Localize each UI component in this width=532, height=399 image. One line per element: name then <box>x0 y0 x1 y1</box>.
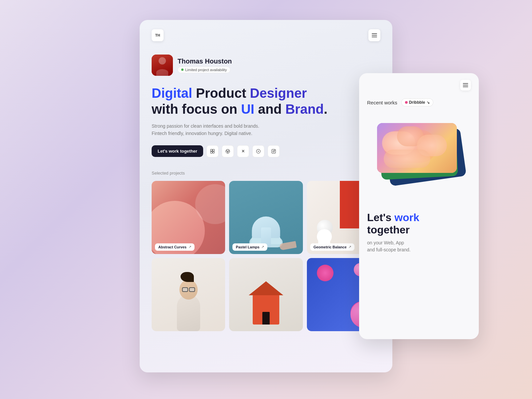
social-row: Let's work together ✕ <box>152 145 380 157</box>
avatar <box>152 55 173 76</box>
svg-point-8 <box>273 150 275 152</box>
cta-headline-together: together <box>367 224 410 236</box>
svg-rect-7 <box>272 149 276 153</box>
availability-badge: Limited project availability <box>178 66 230 73</box>
svg-rect-2 <box>211 151 212 153</box>
artwork-stack <box>367 113 471 200</box>
cloud-artwork <box>377 123 457 173</box>
cta-subtext: on your Web, App and full-scope brand. <box>367 239 471 253</box>
hamburger-icon <box>372 33 377 37</box>
menu-button[interactable] <box>368 29 380 41</box>
instagram-icon-button[interactable] <box>268 145 280 157</box>
cta-headline-work: work <box>394 211 419 223</box>
hero-desc-line2: Fintech friendly, innovation hungry. Dig… <box>152 131 252 136</box>
project-arrow-lamps: ↗ <box>261 245 264 249</box>
project-card-pastel-lamps[interactable]: Pastel Lamps ↗ <box>229 181 303 254</box>
cta-sub-line1: on your Web, App <box>367 240 404 245</box>
project-thumbnail-house <box>229 258 303 331</box>
dribbble-dot-icon <box>405 101 408 104</box>
project-card-character[interactable] <box>152 258 225 331</box>
cta-headline-lets: Let's <box>367 211 391 223</box>
nav-bar: TH <box>152 29 380 41</box>
figma-icon-button[interactable] <box>206 145 218 157</box>
youtube-icon-button[interactable] <box>252 145 264 157</box>
twitter-icon-button[interactable]: ✕ <box>237 145 249 157</box>
project-arrow-geometric: ↗ <box>348 245 351 249</box>
hero-accent-brand: Brand <box>285 102 324 116</box>
svg-point-9 <box>275 150 275 150</box>
cta-headline: Let's work together <box>367 211 471 236</box>
cta-button[interactable]: Let's work together <box>152 145 203 157</box>
hero-desc-line1: Strong passion for clean interfaces and … <box>152 123 259 129</box>
project-thumbnail-abstract <box>152 181 225 254</box>
projects-grid: Abstract Curves ↗ <box>152 181 380 331</box>
hero-description: Strong passion for clean interfaces and … <box>152 122 380 137</box>
project-card-abstract-curves[interactable]: Abstract Curves ↗ <box>152 181 225 254</box>
recent-works-label: Recent works <box>367 100 397 105</box>
dribbble-icon-button[interactable] <box>222 145 234 157</box>
profile-info: Thomas Houston Limited project availabil… <box>178 58 232 73</box>
page-wrapper: TH Thomas Houston Limited project availa… <box>0 0 532 399</box>
dribbble-arrow-icon: ↘ <box>427 100 430 105</box>
cta-sub-line2: and full-scope brand. <box>367 247 411 252</box>
project-thumbnail-lamps <box>229 181 303 254</box>
stack-card-front <box>377 123 457 173</box>
project-label-geometric-balance: Geometric Balance ↗ <box>310 243 355 251</box>
hero-accent-ui: UI <box>241 102 254 116</box>
secondary-hamburger-icon <box>463 83 468 87</box>
secondary-menu-button[interactable] <box>460 80 471 90</box>
secondary-card: Recent works Dribbble ↘ <box>359 73 479 339</box>
recent-works-header: Recent works Dribbble ↘ <box>367 98 471 106</box>
svg-point-3 <box>213 151 214 153</box>
main-card: TH Thomas Houston Limited project availa… <box>140 20 392 372</box>
dribbble-badge[interactable]: Dribbble ↘ <box>401 98 433 106</box>
project-label-pastel-lamps: Pastel Lamps ↗ <box>232 243 267 251</box>
availability-dot <box>181 68 184 71</box>
twitter-x-icon: ✕ <box>241 149 245 154</box>
logo-badge: TH <box>152 29 164 41</box>
svg-marker-6 <box>258 150 259 152</box>
project-arrow-abstract: ↗ <box>189 245 191 249</box>
section-title: Selected projects <box>152 171 380 176</box>
svg-rect-1 <box>213 149 214 151</box>
availability-text: Limited project availability <box>185 68 227 72</box>
secondary-nav <box>367 80 471 90</box>
hero-accent-digital: Digital <box>152 86 192 100</box>
hero-headline: Digital Product Designer with focus on U… <box>152 85 380 117</box>
project-card-house[interactable] <box>229 258 303 331</box>
hero-text: Digital Product Designer with focus on U… <box>152 85 380 117</box>
cta-section: Let's work together on your Web, App and… <box>367 211 471 253</box>
svg-rect-0 <box>211 149 212 151</box>
project-thumbnail-character <box>152 258 225 331</box>
dribbble-badge-label: Dribbble <box>409 100 425 105</box>
hero-accent-designer: Designer <box>250 86 307 100</box>
project-label-abstract-curves: Abstract Curves ↗ <box>155 243 195 251</box>
profile-section: Thomas Houston Limited project availabil… <box>152 55 380 76</box>
profile-name: Thomas Houston <box>178 58 232 65</box>
